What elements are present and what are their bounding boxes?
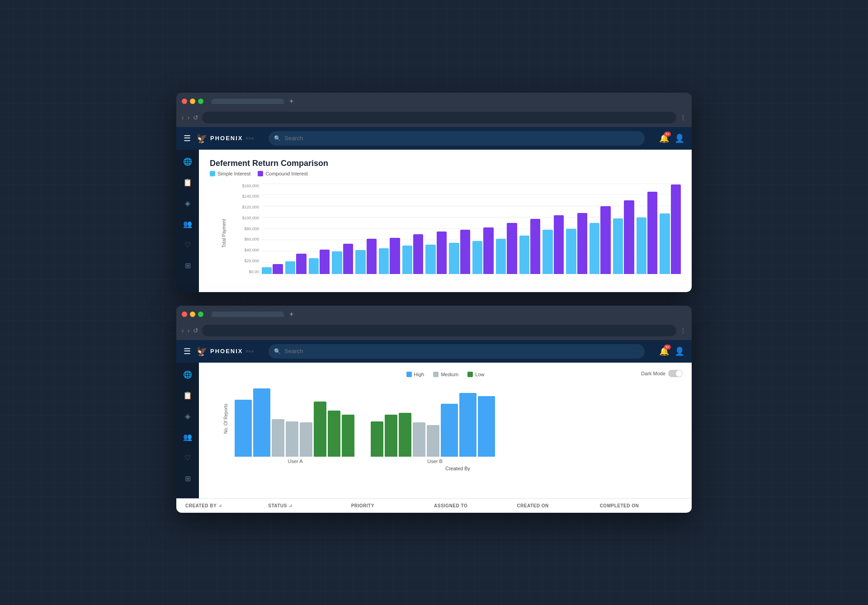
bar-simple-10 — [496, 239, 506, 274]
bar-group-2 — [309, 250, 330, 274]
sidebar-icon-globe[interactable]: 🌐 — [181, 155, 194, 169]
bar-group2-1 — [371, 393, 495, 456]
bar-compound-0 — [273, 264, 283, 274]
sidebar-icon-users-2[interactable]: 👥 — [181, 430, 194, 444]
filter-icon[interactable]: ⊿ — [289, 503, 293, 508]
notification-button-2[interactable]: 🔔 9+ — [659, 346, 669, 356]
search-input-2[interactable] — [284, 348, 639, 354]
notification-button-1[interactable]: 🔔 9+ — [659, 133, 669, 143]
notification-badge-2: 9+ — [664, 345, 671, 350]
refresh-button-1[interactable]: ↺ — [193, 114, 198, 121]
sidebar-icon-globe-2[interactable]: 🌐 — [181, 368, 194, 382]
legend-medium: Medium — [433, 372, 458, 377]
bar-simple-3 — [332, 251, 342, 274]
titlebar-1: + — [182, 97, 686, 105]
maximize-button-2[interactable] — [198, 312, 203, 317]
browser-nav-2: ‹ › ↺ ⋮ — [182, 322, 686, 340]
bar-group-10 — [496, 223, 517, 274]
bar-compound-8 — [460, 230, 470, 274]
search-bar-1[interactable]: 🔍 — [269, 131, 645, 146]
titlebar-2: + — [182, 310, 686, 318]
close-button-1[interactable] — [182, 99, 187, 104]
search-input-1[interactable] — [284, 135, 639, 142]
avatar-button-1[interactable]: 👤 — [675, 133, 684, 143]
topbar-2: ☰ 🦅 PHOENIX ≡≡≡ 🔍 🔔 9+ 👤 — [176, 340, 692, 363]
minimize-button-1[interactable] — [190, 99, 195, 104]
bar2-0-4 — [300, 422, 312, 457]
legend-color-simple — [210, 171, 215, 176]
bar-group-0 — [262, 264, 283, 274]
legend-label-simple: Simple Interest — [217, 171, 250, 176]
sidebar-icon-layers[interactable]: ◈ — [181, 197, 194, 210]
bar-group-16 — [637, 192, 658, 274]
bar-simple-16 — [637, 217, 646, 274]
new-tab-button-2[interactable]: + — [286, 310, 297, 318]
legend-label-high: High — [414, 372, 425, 377]
menu-icon-2[interactable]: ☰ — [184, 346, 191, 356]
minimize-button-2[interactable] — [190, 312, 195, 317]
address-bar-1[interactable] — [202, 112, 676, 123]
bar-simple-1 — [285, 261, 295, 274]
dark-mode-toggle[interactable]: Dark Mode — [641, 370, 683, 377]
logo-text-1: PHOENIX — [210, 135, 243, 142]
legend-color-high — [406, 372, 412, 377]
address-bar-2[interactable] — [202, 325, 676, 336]
legend-color-compound — [258, 171, 263, 176]
logo-subtext-1: ≡≡≡ — [246, 136, 255, 141]
back-button-2[interactable]: ‹ — [182, 327, 184, 334]
browser-window-2: + ‹ › ↺ ⋮ ☰ 🦅 PHOENIX ≡≡≡ 🔍 — [176, 306, 692, 513]
sidebar-icon-book-2[interactable]: 📋 — [181, 389, 194, 402]
table-col-created-by[interactable]: CREATED BY⊿ — [185, 503, 268, 508]
bar-compound-14 — [600, 206, 610, 274]
filter-icon[interactable]: ⊿ — [218, 503, 222, 508]
more-button-1[interactable]: ⋮ — [680, 114, 686, 121]
bar-compound-16 — [647, 192, 657, 274]
sidebar-2: 🌐 📋 ◈ 👥 ♡ ⊞ — [176, 363, 199, 498]
bar-compound-6 — [413, 234, 423, 274]
forward-button-1[interactable]: › — [188, 114, 190, 121]
browser-tab-2[interactable] — [212, 312, 284, 317]
chart-legend-2: High Medium Low — [210, 372, 681, 377]
more-button-2[interactable]: ⋮ — [680, 327, 686, 334]
refresh-button-2[interactable]: ↺ — [193, 327, 198, 334]
bar-compound-2 — [320, 250, 330, 274]
menu-icon-1[interactable]: ☰ — [184, 133, 191, 143]
browser-tab-1[interactable] — [212, 99, 284, 104]
bar-simple-5 — [379, 248, 389, 274]
bar2-1-4 — [427, 425, 439, 457]
col-label: CREATED ON — [517, 503, 548, 508]
forward-button-2[interactable]: › — [188, 327, 190, 334]
new-tab-button-1[interactable]: + — [286, 97, 297, 105]
sidebar-icon-heart-2[interactable]: ♡ — [181, 451, 194, 465]
sidebar-icon-heart[interactable]: ♡ — [181, 238, 194, 252]
logo-subtext-2: ≡≡≡ — [246, 349, 255, 354]
bar-compound-3 — [343, 244, 353, 274]
close-button-2[interactable] — [182, 312, 187, 317]
bar2-1-1 — [385, 415, 397, 456]
sidebar-icon-layers-2[interactable]: ◈ — [181, 410, 194, 423]
bar-simple-9 — [472, 241, 482, 274]
logo-bird-icon-2: 🦅 — [196, 346, 208, 357]
sidebar-icon-grid-2[interactable]: ⊞ — [181, 472, 194, 486]
table-col-status[interactable]: STATUS⊿ — [268, 503, 351, 508]
search-bar-2[interactable]: 🔍 — [269, 344, 645, 359]
bar-group-3 — [332, 244, 353, 274]
sidebar-icon-grid[interactable]: ⊞ — [181, 259, 194, 273]
traffic-lights-2 — [182, 312, 203, 317]
maximize-button-1[interactable] — [198, 99, 203, 104]
avatar-button-2[interactable]: 👤 — [675, 346, 684, 356]
back-button-1[interactable]: ‹ — [182, 114, 184, 121]
sidebar-icon-book[interactable]: 📋 — [181, 176, 194, 189]
y-tick: $60,000 — [237, 237, 259, 241]
bar2-0-6 — [328, 411, 340, 457]
y-axis-label-1: Total Payment — [222, 219, 226, 247]
bar-simple-4 — [355, 250, 365, 274]
bar-group-8 — [449, 230, 470, 274]
sidebar-icon-users[interactable]: 👥 — [181, 217, 194, 231]
chart-area-2: Dark Mode High Medium — [199, 363, 692, 498]
toggle-switch[interactable] — [668, 370, 683, 377]
y-axis-1: $160,000 $140,000 $120,000 $100,000 $80,… — [237, 184, 262, 283]
bar-simple-12 — [542, 230, 552, 274]
bar-group-5 — [379, 238, 400, 274]
chart-wrapper-2: No. Of Reports User AUser B Created By — [210, 384, 681, 471]
